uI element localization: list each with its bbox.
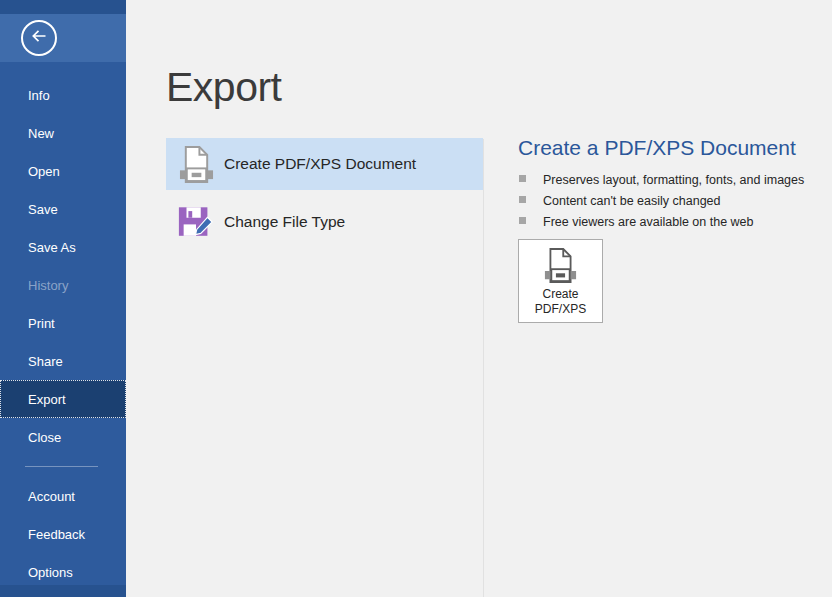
bullet-item: Content can't be easily changed — [519, 190, 804, 211]
sidebar-item-info[interactable]: Info — [0, 76, 126, 114]
square-bullet-icon — [519, 217, 526, 224]
bullet-item: Free viewers are available on the web — [519, 211, 804, 232]
sidebar-item-save[interactable]: Save — [0, 190, 126, 228]
page-title: Export — [166, 64, 282, 111]
bullet-text: Preserves layout, formatting, fonts, and… — [543, 173, 804, 187]
content-divider — [483, 139, 484, 597]
change-file-type-icon — [174, 204, 218, 241]
bullet-item: Preserves layout, formatting, fonts, and… — [519, 169, 804, 190]
bullet-text: Free viewers are available on the web — [543, 215, 754, 229]
create-pdf-xps-document-option[interactable]: Create PDF/XPS Document — [166, 138, 483, 190]
pdf-xps-document-icon — [174, 145, 218, 184]
bullet-text: Content can't be easily changed — [543, 194, 721, 208]
sidebar-item-account[interactable]: Account — [0, 477, 126, 515]
detail-heading: Create a PDF/XPS Document — [518, 136, 796, 160]
create-button-label-line1: Create — [542, 287, 578, 302]
feature-bullets: Preserves layout, formatting, fonts, and… — [519, 169, 804, 232]
pdf-xps-document-icon — [544, 247, 577, 284]
sidebar-top-strip — [0, 0, 126, 14]
option-label: Create PDF/XPS Document — [224, 155, 416, 173]
back-arrow-icon — [28, 25, 50, 51]
sidebar-item-save-as[interactable]: Save As — [0, 228, 126, 266]
sidebar-item-history: History — [0, 266, 126, 304]
option-label: Change File Type — [224, 213, 345, 231]
sidebar-item-new[interactable]: New — [0, 114, 126, 152]
back-button[interactable] — [21, 20, 57, 56]
backstage-sidebar: Info New Open Save Save As History Print… — [0, 0, 126, 597]
export-options-list: Create PDF/XPS Document Change File Type — [166, 138, 483, 248]
sidebar-item-print[interactable]: Print — [0, 304, 126, 342]
create-pdf-xps-button[interactable]: Create PDF/XPS — [518, 239, 603, 323]
sidebar-item-export[interactable]: Export — [0, 380, 126, 418]
sidebar-divider — [25, 466, 98, 467]
sidebar-nav: Info New Open Save Save As History Print… — [0, 76, 126, 591]
sidebar-item-share[interactable]: Share — [0, 342, 126, 380]
sidebar-item-open[interactable]: Open — [0, 152, 126, 190]
sidebar-item-close[interactable]: Close — [0, 418, 126, 456]
sidebar-item-feedback[interactable]: Feedback — [0, 515, 126, 553]
square-bullet-icon — [519, 175, 526, 182]
back-band — [0, 14, 126, 62]
square-bullet-icon — [519, 196, 526, 203]
create-button-label-line2: PDF/XPS — [535, 302, 586, 317]
sidebar-bottom-strip — [0, 585, 126, 597]
change-file-type-option[interactable]: Change File Type — [166, 196, 483, 248]
